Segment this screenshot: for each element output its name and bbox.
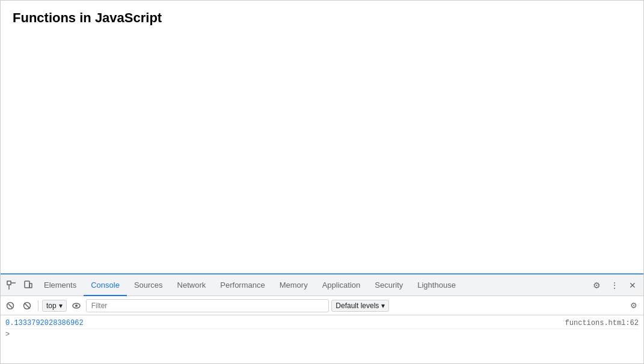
console-toolbar: top ▾ Default levels ▾ ⚙ bbox=[1, 296, 643, 315]
console-caret: > bbox=[5, 330, 639, 339]
devtools-panel: Elements Console Sources Network Perform… bbox=[1, 273, 643, 363]
console-output-value: 0.1333792028386962 bbox=[5, 319, 84, 327]
log-levels-selector[interactable]: Default levels ▾ bbox=[331, 300, 389, 312]
toolbar-divider bbox=[38, 300, 38, 311]
svg-rect-4 bbox=[29, 284, 32, 288]
filter-input[interactable] bbox=[86, 299, 330, 312]
close-devtools-icon[interactable]: ✕ bbox=[624, 277, 641, 294]
svg-rect-3 bbox=[25, 281, 29, 288]
settings-icon[interactable]: ⚙ bbox=[588, 277, 605, 294]
devtools-tabs-bar: Elements Console Sources Network Perform… bbox=[1, 275, 643, 296]
tab-lighthouse[interactable]: Lighthouse bbox=[410, 275, 463, 296]
tabs-right-controls: ⚙ ⋮ ✕ bbox=[588, 277, 641, 294]
svg-point-10 bbox=[75, 305, 78, 307]
page-content: Functions in JavaScript Elements Console bbox=[0, 0, 644, 364]
tab-elements[interactable]: Elements bbox=[37, 275, 84, 296]
log-levels-dropdown-icon: ▾ bbox=[381, 302, 385, 310]
tab-application[interactable]: Application bbox=[315, 275, 368, 296]
tab-security[interactable]: Security bbox=[367, 275, 410, 296]
tab-console[interactable]: Console bbox=[84, 275, 127, 296]
console-output-area: 0.1333792028386962 functions.html:62 > bbox=[1, 315, 643, 363]
eye-icon[interactable] bbox=[69, 299, 84, 313]
context-label: top bbox=[46, 302, 57, 310]
block-icon[interactable] bbox=[20, 299, 34, 313]
inspect-element-icon[interactable] bbox=[3, 277, 20, 294]
main-area: Functions in JavaScript bbox=[1, 1, 643, 273]
svg-line-8 bbox=[25, 303, 30, 308]
tab-memory[interactable]: Memory bbox=[272, 275, 315, 296]
clear-console-icon[interactable] bbox=[3, 299, 17, 313]
tab-sources[interactable]: Sources bbox=[127, 275, 170, 296]
log-levels-label: Default levels bbox=[336, 302, 379, 310]
context-dropdown-icon: ▾ bbox=[59, 302, 63, 310]
tab-performance[interactable]: Performance bbox=[213, 275, 272, 296]
console-output-source: functions.html:62 bbox=[565, 319, 639, 327]
console-output-row: 0.1333792028386962 functions.html:62 bbox=[5, 318, 639, 329]
page-title: Functions in JavaScript bbox=[13, 10, 631, 26]
tab-network[interactable]: Network bbox=[170, 275, 213, 296]
context-selector[interactable]: top ▾ bbox=[42, 300, 67, 312]
device-toolbar-icon[interactable] bbox=[20, 277, 37, 294]
tabs-list: Elements Console Sources Network Perform… bbox=[37, 275, 588, 296]
console-settings-icon[interactable]: ⚙ bbox=[627, 299, 641, 313]
more-options-icon[interactable]: ⋮ bbox=[606, 277, 623, 294]
svg-rect-0 bbox=[7, 281, 11, 285]
svg-line-6 bbox=[8, 304, 12, 308]
